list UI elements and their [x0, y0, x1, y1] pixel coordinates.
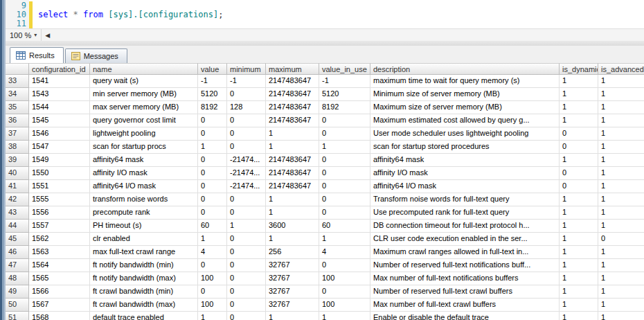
grid-cell[interactable]: affinity I/O mask — [90, 167, 198, 180]
grid-cell[interactable]: 1 — [560, 259, 598, 272]
grid-cell[interactable]: 0 — [198, 127, 227, 141]
grid-cell[interactable]: 1 — [598, 259, 644, 272]
grid-cell[interactable]: Maximum estimated cost allowed by query … — [370, 114, 560, 127]
grid-cell[interactable]: 0 — [319, 127, 370, 141]
grid-cell[interactable]: 1 — [198, 141, 227, 154]
grid-cell[interactable]: 5120 — [319, 88, 370, 101]
grid-cell[interactable]: 1 — [598, 154, 644, 167]
column-header-minimum[interactable]: minimum — [227, 63, 266, 75]
grid-cell[interactable]: ft notify bandwidth (min) — [90, 259, 198, 272]
grid-cell[interactable]: 1562 — [29, 233, 90, 246]
grid-cell[interactable]: 2147483647 — [266, 167, 319, 180]
grid-cell[interactable]: 0 — [319, 114, 370, 127]
grid-cell[interactable]: 1556 — [29, 206, 90, 220]
grid-cell[interactable]: 1546 — [29, 127, 90, 141]
grid-cell[interactable]: 1 — [560, 88, 598, 101]
grid-cell[interactable]: 1544 — [29, 101, 90, 114]
grid-cell[interactable]: 0 — [227, 206, 266, 220]
grid-corner-cell[interactable] — [6, 63, 29, 75]
grid-cell[interactable]: 1565 — [29, 272, 90, 285]
row-header[interactable]: 50 — [6, 299, 29, 312]
row-header[interactable]: 42 — [6, 193, 29, 206]
grid-cell[interactable]: -21474... — [227, 180, 266, 193]
grid-cell[interactable]: 1 — [598, 114, 644, 127]
grid-cell[interactable]: 32767 — [266, 299, 319, 312]
grid-cell[interactable]: 1 — [598, 193, 644, 206]
results-grid[interactable]: configuration_idnamevalueminimummaximumv… — [6, 63, 644, 320]
grid-cell[interactable]: 1 — [319, 312, 370, 320]
grid-cell[interactable]: 2147483647 — [266, 114, 319, 127]
row-header[interactable]: 46 — [6, 246, 29, 259]
grid-cell[interactable]: transform noise words — [90, 193, 198, 206]
grid-cell[interactable]: 0 — [319, 180, 370, 193]
grid-cell[interactable]: default trace enabled — [90, 312, 198, 320]
grid-cell[interactable]: ft crawl bandwidth (min) — [90, 285, 198, 299]
grid-cell[interactable]: 1 — [598, 299, 644, 312]
grid-cell[interactable]: 1 — [598, 141, 644, 154]
code-area[interactable]: select * from [sys].[configurations]; — [34, 0, 644, 28]
grid-cell[interactable]: -21474... — [227, 154, 266, 167]
grid-cell[interactable]: 1 — [560, 233, 598, 246]
grid-cell[interactable]: 1 — [560, 285, 598, 299]
grid-cell[interactable]: 1550 — [29, 167, 90, 180]
grid-cell[interactable]: ft crawl bandwidth (max) — [90, 299, 198, 312]
grid-cell[interactable]: 0 — [198, 114, 227, 127]
grid-cell[interactable]: 4 — [198, 246, 227, 259]
grid-cell[interactable]: 32767 — [266, 285, 319, 299]
grid-cell[interactable]: 0 — [198, 167, 227, 180]
grid-cell[interactable]: 1 — [598, 285, 644, 299]
grid-cell[interactable]: -1 — [227, 75, 266, 88]
grid-cell[interactable]: 1 — [266, 193, 319, 206]
row-header[interactable]: 41 — [6, 180, 29, 193]
grid-cell[interactable]: 0 — [227, 233, 266, 246]
grid-cell[interactable]: 128 — [227, 101, 266, 114]
grid-cell[interactable]: 0 — [319, 259, 370, 272]
column-header-configuration_id[interactable]: configuration_id — [29, 63, 90, 75]
grid-cell[interactable]: 1 — [560, 193, 598, 206]
grid-cell[interactable]: 32767 — [266, 259, 319, 272]
row-header[interactable]: 44 — [6, 220, 29, 233]
grid-cell[interactable]: 1566 — [29, 285, 90, 299]
grid-cell[interactable]: 2147483647 — [266, 88, 319, 101]
grid-cell[interactable]: ft notify bandwidth (max) — [90, 272, 198, 285]
grid-cell[interactable]: 2147483647 — [266, 154, 319, 167]
grid-cell[interactable]: 32767 — [266, 272, 319, 285]
grid-cell[interactable]: 1 — [319, 141, 370, 154]
grid-cell[interactable]: 0 — [319, 193, 370, 206]
row-header[interactable]: 51 — [6, 312, 29, 320]
grid-cell[interactable]: 1545 — [29, 114, 90, 127]
column-header-maximum[interactable]: maximum — [266, 63, 319, 75]
grid-cell[interactable]: 1 — [266, 127, 319, 141]
grid-cell[interactable]: 0 — [227, 141, 266, 154]
column-header-is_advanced[interactable]: is_advanced — [598, 63, 644, 75]
grid-cell[interactable]: scan for startup stored procedures — [370, 141, 560, 154]
row-header[interactable]: 37 — [6, 127, 29, 141]
grid-cell[interactable]: 1 — [560, 101, 598, 114]
grid-cell[interactable]: 1 — [598, 272, 644, 285]
grid-cell[interactable]: 0 — [227, 114, 266, 127]
grid-cell[interactable]: Number of reserved full-text crawl buffe… — [370, 285, 560, 299]
grid-cell[interactable]: affinity I/O mask — [370, 167, 560, 180]
grid-cell[interactable]: 1543 — [29, 88, 90, 101]
grid-cell[interactable]: maximum time to wait for query memory (s… — [370, 75, 560, 88]
column-header-value_in_use[interactable]: value_in_use — [319, 63, 370, 75]
grid-cell[interactable]: lightweight pooling — [90, 127, 198, 141]
grid-cell[interactable]: 0 — [227, 193, 266, 206]
row-header[interactable]: 49 — [6, 285, 29, 299]
grid-cell[interactable]: 1 — [266, 206, 319, 220]
grid-cell[interactable]: 1 — [560, 220, 598, 233]
pane-splitter[interactable] — [6, 41, 644, 46]
grid-cell[interactable]: 100 — [198, 272, 227, 285]
grid-cell[interactable]: 1541 — [29, 75, 90, 88]
grid-cell[interactable]: affinity64 mask — [370, 154, 560, 167]
grid-cell[interactable]: 1549 — [29, 154, 90, 167]
grid-cell[interactable]: 0 — [560, 167, 598, 180]
grid-cell[interactable]: max server memory (MB) — [90, 101, 198, 114]
grid-cell[interactable]: 0 — [560, 141, 598, 154]
grid-cell[interactable]: 3600 — [266, 220, 319, 233]
scroll-left-icon[interactable]: ◀ — [42, 32, 53, 39]
grid-cell[interactable]: 0 — [227, 127, 266, 141]
grid-cell[interactable]: 1 — [598, 75, 644, 88]
grid-cell[interactable]: 1563 — [29, 246, 90, 259]
grid-cell[interactable]: 1 — [266, 141, 319, 154]
